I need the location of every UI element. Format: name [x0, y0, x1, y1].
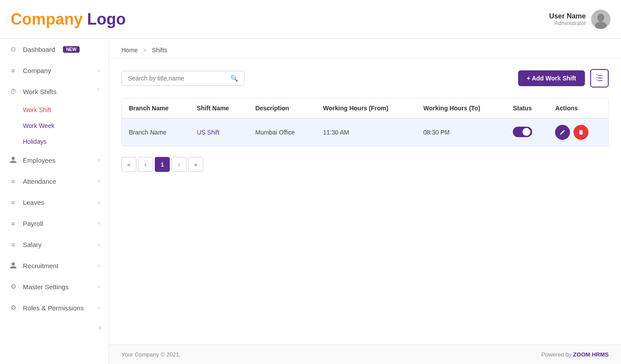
- delete-button[interactable]: [574, 125, 588, 140]
- master-settings-icon: ⚙: [9, 282, 18, 291]
- cell-status[interactable]: [506, 118, 548, 146]
- chevron-leaves: ‹: [98, 199, 100, 205]
- col-to: Working Hours (To): [416, 98, 506, 118]
- cell-description: Mumbai Office: [248, 118, 316, 146]
- page-current[interactable]: 1: [155, 157, 170, 172]
- filter-button[interactable]: [590, 69, 609, 87]
- table: Branch Name Shift Name Description Worki…: [122, 98, 608, 146]
- roles-icon: ⚙: [9, 303, 18, 312]
- chevron-roles: ‹: [98, 305, 100, 311]
- sidebar-label-attendance: Attendance: [23, 178, 56, 185]
- sidebar-label-master-settings: Master Settings: [23, 283, 69, 291]
- sidebar-sub-work-shift[interactable]: Work Shift: [0, 102, 109, 118]
- col-branch-name: Branch Name: [122, 98, 190, 118]
- header: Company Logo User Name Administrator: [0, 0, 621, 39]
- logo-purple: Logo: [87, 10, 126, 28]
- sidebar-label-employees: Employees: [23, 157, 55, 164]
- sidebar-item-roles-permissions[interactable]: ⚙ Roles & Permissions ‹: [0, 297, 109, 318]
- search-icon: 🔍: [230, 75, 238, 82]
- pagination: « ‹ 1 › »: [121, 157, 609, 172]
- col-actions: Actions: [548, 98, 608, 118]
- sidebar-item-employees[interactable]: Employees ‹: [0, 149, 109, 171]
- sidebar-collapse-button[interactable]: ‹: [0, 318, 109, 336]
- attendance-icon: ≡: [9, 177, 18, 186]
- sidebar-item-label: Dashboard: [23, 46, 55, 53]
- footer-powered: Powered by ZOOM HRMS: [541, 351, 609, 358]
- sidebar-item-payroll[interactable]: ≡ Payroll ‹: [0, 213, 109, 234]
- dashboard-badge: NEW: [63, 46, 79, 53]
- sidebar-item-work-shifts[interactable]: ⏱ Work Shifts ˅: [0, 81, 109, 102]
- sidebar-label-payroll: Payroll: [23, 220, 43, 227]
- sidebar-item-company[interactable]: ≡ Company ‹: [0, 60, 109, 81]
- sidebar-label-company: Company: [23, 67, 51, 74]
- toggle-switch[interactable]: [513, 127, 532, 137]
- sidebar-label-recruitment: Recruitment: [23, 262, 58, 269]
- breadcrumb-current: Shifts: [152, 47, 167, 54]
- user-name: User Name: [549, 12, 586, 20]
- employees-icon: [9, 156, 18, 164]
- chevron-master-settings: ‹: [98, 284, 100, 290]
- page-last[interactable]: »: [188, 157, 203, 172]
- cell-shift-name[interactable]: US Shift: [190, 118, 248, 146]
- breadcrumb-separator: >: [143, 47, 146, 54]
- col-shift-name: Shift Name: [190, 98, 248, 118]
- chevron-attendance: ‹: [98, 178, 100, 184]
- cell-to: 08:30 PM: [416, 118, 506, 146]
- edit-button[interactable]: [555, 125, 570, 140]
- table-header-row: Branch Name Shift Name Description Worki…: [122, 98, 608, 118]
- search-input[interactable]: [128, 75, 230, 82]
- page-next[interactable]: ›: [172, 157, 186, 172]
- sidebar-label-work-shifts: Work Shifts: [23, 88, 56, 95]
- footer-copyright: Your Company © 2021.: [121, 351, 181, 358]
- breadcrumb-home[interactable]: Home: [121, 47, 138, 54]
- table-row: Branch Name US Shift Mumbai Office 11:30…: [122, 118, 608, 146]
- work-shifts-icon: ⏱: [9, 87, 18, 96]
- col-description: Description: [248, 98, 316, 118]
- sidebar-item-attendance[interactable]: ≡ Attendance ‹: [0, 171, 109, 192]
- sidebar: ⊙ Dashboard NEW ≡ Company ‹ ⏱ Work Shift…: [0, 39, 109, 364]
- sidebar-item-leaves[interactable]: ≡ Leaves ‹: [0, 192, 109, 213]
- company-logo: Company Logo: [11, 10, 126, 29]
- add-work-shift-button[interactable]: + Add Work Shift: [518, 70, 585, 86]
- leaves-icon: ≡: [9, 198, 18, 207]
- sidebar-sub-work-week[interactable]: Work Week: [0, 118, 109, 134]
- chevron-payroll: ‹: [98, 220, 100, 226]
- user-info: User Name Administrator: [549, 12, 586, 26]
- sidebar-item-recruitment[interactable]: Recruitment ‹: [0, 255, 109, 276]
- chevron-company: ‹: [98, 67, 100, 73]
- sidebar-label-salary: Salary: [23, 241, 42, 248]
- footer-brand: ZOOM HRMS: [573, 351, 609, 358]
- toolbar-right: + Add Work Shift: [518, 69, 609, 87]
- content-area: Home > Shifts 🔍 + Add Work Shift: [109, 39, 621, 364]
- page-first[interactable]: «: [121, 157, 136, 172]
- payroll-icon: ≡: [9, 219, 18, 228]
- sidebar-item-master-settings[interactable]: ⚙ Master Settings ‹: [0, 276, 109, 297]
- toolbar: 🔍 + Add Work Shift: [121, 69, 609, 87]
- svg-point-1: [597, 14, 604, 22]
- avatar[interactable]: [591, 10, 610, 29]
- sidebar-item-dashboard[interactable]: ⊙ Dashboard NEW: [0, 39, 109, 60]
- footer: Your Company © 2021. Powered by ZOOM HRM…: [109, 345, 621, 364]
- chevron-recruitment: ‹: [98, 262, 100, 269]
- logo-orange: Company: [11, 10, 83, 28]
- cell-from: 11:30 AM: [316, 118, 416, 146]
- col-from: Working Hours (From): [316, 98, 416, 118]
- salary-icon: ≡: [9, 240, 18, 249]
- dashboard-icon: ⊙: [9, 45, 18, 54]
- sidebar-label-leaves: Leaves: [23, 199, 44, 206]
- page-prev[interactable]: ‹: [138, 157, 153, 172]
- header-user: User Name Administrator: [549, 10, 610, 29]
- breadcrumb: Home > Shifts: [109, 39, 621, 58]
- main-layout: ⊙ Dashboard NEW ≡ Company ‹ ⏱ Work Shift…: [0, 39, 621, 364]
- status-toggle[interactable]: [513, 127, 532, 137]
- search-box[interactable]: 🔍: [121, 71, 245, 86]
- chevron-employees: ‹: [98, 157, 100, 163]
- collapse-icon: ‹: [99, 323, 102, 332]
- chevron-salary: ‹: [98, 241, 100, 248]
- chevron-work-shifts: ˅: [97, 88, 100, 95]
- sidebar-item-salary[interactable]: ≡ Salary ‹: [0, 234, 109, 255]
- sidebar-sub-holidays[interactable]: Holidays: [0, 134, 109, 149]
- user-role: Administrator: [549, 20, 586, 26]
- company-icon: ≡: [9, 66, 18, 75]
- col-status: Status: [506, 98, 548, 118]
